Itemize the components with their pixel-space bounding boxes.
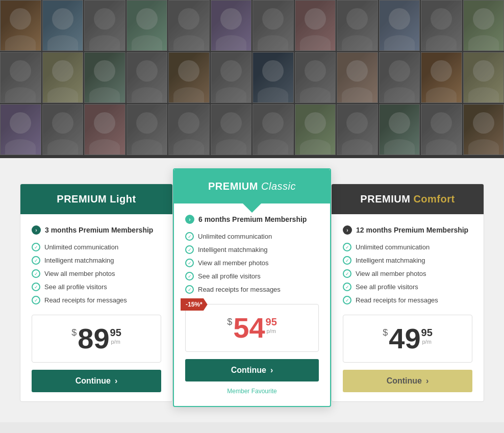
check-icon: ✓: [343, 256, 351, 265]
feature-list-light: ✓ Unlimited communication ✓ Intelligent …: [32, 243, 161, 304]
plan-duration-light: › 3 months Premium Membership: [32, 225, 161, 235]
feature-list-comfort: ✓ Unlimited communication ✓ Intelligent …: [343, 243, 472, 304]
price-currency-comfort: $: [383, 327, 388, 338]
list-item: ✓ Read receipts for messages: [185, 285, 319, 294]
price-currency-light: $: [71, 327, 77, 338]
price-period-classic: p/m: [266, 328, 277, 334]
plan-title-comfort: PREMIUM Comfort: [342, 193, 473, 205]
price-main-classic: 54: [233, 314, 265, 342]
hero-overlay: [0, 0, 504, 158]
price-period-comfort: p/m: [421, 339, 433, 345]
plan-body-classic: › 6 months Premium Membership ✓ Unlimite…: [174, 203, 330, 406]
duration-icon-classic: ›: [185, 215, 194, 224]
list-item: ✓ Unlimited communication: [185, 232, 319, 241]
check-icon: ✓: [185, 285, 194, 294]
continue-button-comfort[interactable]: Continue ›: [343, 370, 472, 392]
price-main-light: 89: [78, 324, 109, 353]
list-item: ✓ Read receipts for messages: [343, 296, 472, 304]
price-decimal-light: 95: [110, 327, 121, 338]
check-icon: ✓: [185, 272, 194, 281]
list-item: ✓ View all member photos: [343, 269, 472, 278]
check-icon: ✓: [343, 243, 351, 251]
price-currency-classic: $: [227, 317, 232, 327]
plan-duration-comfort: › 12 months Premium Membership: [343, 225, 472, 235]
plan-header-light: PREMIUM Light: [20, 184, 172, 214]
check-icon: ✓: [32, 283, 40, 291]
price-decimal-block-classic: 95 p/m: [266, 317, 277, 334]
price-main-comfort: 49: [389, 324, 420, 353]
list-item: ✓ See all profile visitors: [343, 283, 472, 291]
price-box-light: $ 89 95 p/m: [32, 315, 161, 363]
list-item: ✓ Unlimited communication: [32, 243, 161, 251]
plan-header-classic: PREMIUM Classic: [174, 169, 330, 203]
check-icon: ✓: [343, 296, 351, 304]
continue-button-classic[interactable]: Continue ›: [185, 359, 319, 381]
check-icon: ✓: [343, 269, 351, 278]
list-item: ✓ View all member photos: [32, 269, 161, 278]
price-decimal-block-comfort: 95 p/m: [421, 327, 433, 345]
plan-title-light: PREMIUM Light: [31, 193, 162, 205]
price-period-light: p/m: [110, 339, 121, 345]
check-icon: ✓: [32, 243, 40, 251]
list-item: ✓ View all member photos: [185, 259, 319, 267]
check-icon: ✓: [32, 269, 40, 278]
plan-title-classic: PREMIUM Classic: [184, 181, 320, 192]
plan-card-comfort: PREMIUM Comfort › 12 months Premium Memb…: [331, 184, 484, 402]
member-favourite-label: Member Favourite: [185, 388, 319, 397]
list-item: ✓ Intelligent matchmaking: [32, 256, 161, 265]
check-icon: ✓: [185, 232, 194, 241]
check-icon: ✓: [32, 296, 40, 304]
check-icon: ✓: [185, 245, 194, 254]
price-box-comfort: $ 49 95 p/m: [343, 315, 472, 363]
price-decimal-classic: 95: [266, 317, 277, 327]
plan-duration-classic: › 6 months Premium Membership: [185, 215, 319, 224]
duration-icon-light: ›: [32, 225, 41, 235]
discount-badge: -15%*: [181, 298, 208, 311]
duration-icon-comfort: ›: [343, 225, 352, 235]
plan-body-comfort: › 12 months Premium Membership ✓ Unlimit…: [332, 214, 484, 401]
list-item: ✓ Intelligent matchmaking: [185, 245, 319, 254]
check-icon: ✓: [343, 283, 351, 291]
check-icon: ✓: [32, 256, 40, 265]
price-display-classic: $ 54 95 p/m: [191, 314, 313, 342]
plan-card-classic: PREMIUM Classic › 6 months Premium Membe…: [173, 168, 331, 407]
classic-chevron: [242, 202, 262, 213]
price-display-light: $ 89 95 p/m: [37, 324, 156, 353]
pricing-section: PREMIUM Light › 3 months Premium Members…: [0, 158, 504, 422]
list-item: ✓ Unlimited communication: [343, 243, 472, 251]
price-display-comfort: $ 49 95 p/m: [348, 324, 467, 353]
continue-button-light[interactable]: Continue ›: [32, 370, 161, 392]
price-decimal-block-light: 95 p/m: [110, 327, 121, 345]
price-box-classic: -15%* $ 54 95 p/m: [185, 304, 319, 352]
list-item: ✓ See all profile visitors: [32, 283, 161, 291]
feature-list-classic: ✓ Unlimited communication ✓ Intelligent …: [185, 232, 319, 294]
list-item: ✓ Intelligent matchmaking: [343, 256, 472, 265]
list-item: ✓ Read receipts for messages: [32, 296, 161, 304]
plan-card-light: PREMIUM Light › 3 months Premium Members…: [20, 184, 173, 402]
plan-body-light: › 3 months Premium Membership ✓ Unlimite…: [20, 214, 172, 401]
hero-section: [0, 0, 504, 158]
list-item: ✓ See all profile visitors: [185, 272, 319, 281]
check-icon: ✓: [185, 259, 194, 267]
price-decimal-comfort: 95: [421, 327, 433, 338]
plan-header-comfort: PREMIUM Comfort: [332, 184, 484, 214]
